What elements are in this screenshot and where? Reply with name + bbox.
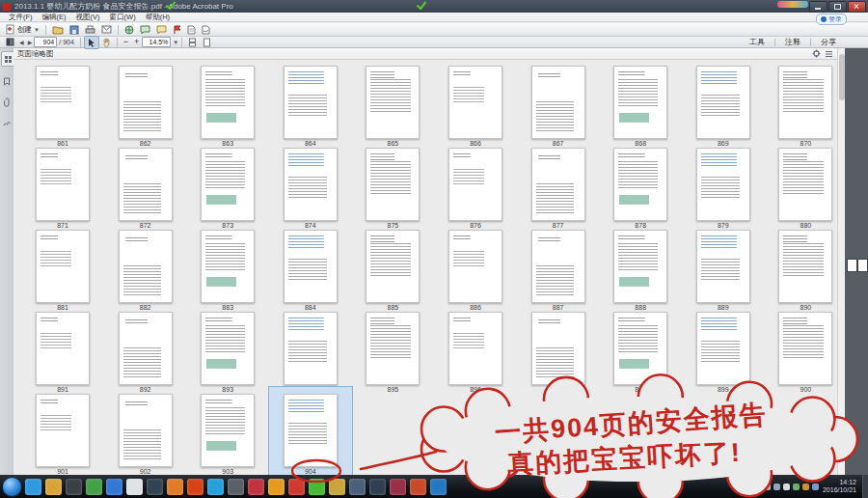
steel-app-icon[interactable]: [349, 479, 366, 495]
page-thumbnail[interactable]: 900: [764, 312, 847, 394]
page-thumbnail[interactable]: 880: [764, 148, 847, 230]
comment-bubble-button[interactable]: [137, 24, 153, 36]
page-thumbnail-image[interactable]: [448, 312, 502, 385]
page-thumbnail[interactable]: 875: [351, 148, 434, 230]
page-thumbnail-image[interactable]: [778, 230, 832, 303]
page-thumbnail-image[interactable]: [531, 312, 585, 385]
page-thumbnail[interactable]: 873: [186, 148, 269, 230]
page-thumbnail-image[interactable]: [448, 230, 502, 303]
wechat-icon[interactable]: [309, 479, 325, 495]
page-thumbnail[interactable]: 865: [351, 66, 434, 148]
media-player-icon[interactable]: [66, 479, 82, 495]
page-thumbnail-image[interactable]: [778, 312, 832, 385]
page-thumbnails-tab[interactable]: [1, 51, 14, 67]
create-pdf-button[interactable]: 创建 ▼: [3, 23, 42, 36]
page-thumbnail-image[interactable]: [366, 148, 420, 221]
zoom-out-button[interactable]: −: [121, 38, 131, 46]
page-thumbnail[interactable]: 896: [434, 312, 517, 394]
page-thumbnail[interactable]: 871: [21, 148, 104, 230]
page-thumbnail[interactable]: 885: [351, 230, 434, 312]
page-thumbnail[interactable]: 864: [269, 66, 352, 148]
page-thumbnail-image[interactable]: [531, 66, 585, 139]
panel-menu-icon[interactable]: [825, 50, 833, 58]
tray-network-icon[interactable]: [773, 484, 780, 490]
share-pane-button[interactable]: 分享: [814, 37, 843, 47]
page-thumbnail-image[interactable]: [696, 66, 750, 139]
page-thumbnail-image[interactable]: [119, 312, 173, 385]
bookmarks-tab[interactable]: [1, 74, 13, 88]
navy-app-icon[interactable]: [369, 479, 386, 495]
red-orange-app-icon[interactable]: [410, 479, 426, 495]
menu-window[interactable]: 窗口(W): [105, 13, 141, 22]
tray-volume-icon[interactable]: [764, 484, 771, 490]
page-thumbnail-image[interactable]: [613, 312, 667, 385]
page-thumbnail-image[interactable]: [778, 66, 832, 139]
page-thumbnail-image[interactable]: [366, 66, 420, 139]
page-thumbnail-image[interactable]: [613, 66, 667, 139]
email-button[interactable]: [98, 24, 115, 35]
minimize-button[interactable]: [809, 1, 827, 13]
page-thumbnail[interactable]: 868: [599, 66, 682, 148]
open-button[interactable]: [49, 24, 67, 36]
orange-app-icon[interactable]: [167, 479, 183, 495]
page-thumbnail[interactable]: 898: [599, 312, 682, 394]
page-thumbnail-image[interactable]: [284, 394, 338, 467]
previous-page-button[interactable]: ◀: [17, 39, 26, 45]
zoom-level-input[interactable]: 14.5%: [142, 37, 171, 47]
start-button[interactable]: [2, 477, 22, 497]
page-thumbnail[interactable]: 894: [269, 312, 352, 394]
select-tool-button[interactable]: [84, 36, 99, 49]
page-thumbnail[interactable]: 895: [351, 312, 434, 394]
zoom-chevron-down-icon[interactable]: ▼: [173, 40, 178, 45]
hand-tool-button[interactable]: [99, 37, 114, 48]
single-page-mode-button[interactable]: [200, 37, 214, 48]
page-thumbnail-image[interactable]: [201, 230, 255, 303]
taskbar-clock[interactable]: 14:12 2016/10/21: [823, 479, 856, 494]
page-thumbnail-image[interactable]: [531, 148, 585, 221]
page-thumbnail-image[interactable]: [36, 230, 90, 303]
page-thumbnail[interactable]: 882: [104, 230, 187, 312]
menu-help[interactable]: 帮助(H): [141, 13, 175, 22]
page-thumbnail[interactable]: 872: [104, 148, 187, 230]
page-thumbnail-image[interactable]: [284, 148, 338, 221]
menu-view[interactable]: 视图(V): [71, 13, 105, 22]
page-thumbnail-image[interactable]: [613, 148, 667, 221]
tools-pane-button[interactable]: 工具: [743, 37, 772, 47]
page-thumbnail-image[interactable]: [201, 66, 255, 139]
panel-options-gear-icon[interactable]: [812, 49, 821, 58]
page-thumbnail-image[interactable]: [36, 148, 90, 221]
search-app-icon[interactable]: [268, 479, 285, 495]
vertical-scrollbar[interactable]: [837, 48, 845, 475]
page-thumbnail-image[interactable]: [284, 312, 338, 385]
page-thumbnail[interactable]: 861: [21, 66, 104, 148]
sign-button[interactable]: [199, 24, 214, 36]
page-thumbnail-image[interactable]: [613, 230, 667, 303]
page-thumbnail[interactable]: 876: [434, 148, 517, 230]
page-thumbnail-image[interactable]: [201, 148, 255, 221]
page-thumbnail[interactable]: 883: [186, 230, 269, 312]
menu-file[interactable]: 文件(F): [4, 13, 38, 22]
page-thumbnail[interactable]: 878: [599, 148, 682, 230]
page-thumbnail[interactable]: 893: [186, 312, 269, 394]
page-thumbnail[interactable]: 887: [517, 230, 600, 312]
page-thumbnail[interactable]: 884: [269, 230, 352, 312]
page-thumbnail[interactable]: 888: [599, 230, 682, 312]
next-page-button[interactable]: ▶: [26, 39, 35, 45]
page-thumbnail[interactable]: 903: [186, 394, 269, 476]
app-store-icon[interactable]: [106, 479, 122, 495]
page-thumbnail-image[interactable]: [119, 148, 173, 221]
comment-pane-button[interactable]: 注释: [778, 37, 807, 47]
page-thumbnail[interactable]: 899: [682, 312, 765, 394]
page-thumbnail[interactable]: 897: [517, 312, 600, 394]
dark-app-icon[interactable]: [147, 479, 163, 495]
page-thumbnail[interactable]: 874: [269, 148, 352, 230]
page-thumbnail-image[interactable]: [448, 66, 502, 139]
page-thumbnail[interactable]: 879: [682, 148, 765, 230]
page-thumbnail-image[interactable]: [201, 312, 255, 385]
flame-app-icon[interactable]: [187, 479, 203, 495]
menu-edit[interactable]: 编辑(E): [38, 13, 71, 22]
folder-icon[interactable]: [45, 479, 62, 495]
share-button[interactable]: [122, 24, 137, 36]
page-thumbnail[interactable]: 889: [682, 230, 765, 312]
page-thumbnail[interactable]: 862: [104, 66, 187, 148]
